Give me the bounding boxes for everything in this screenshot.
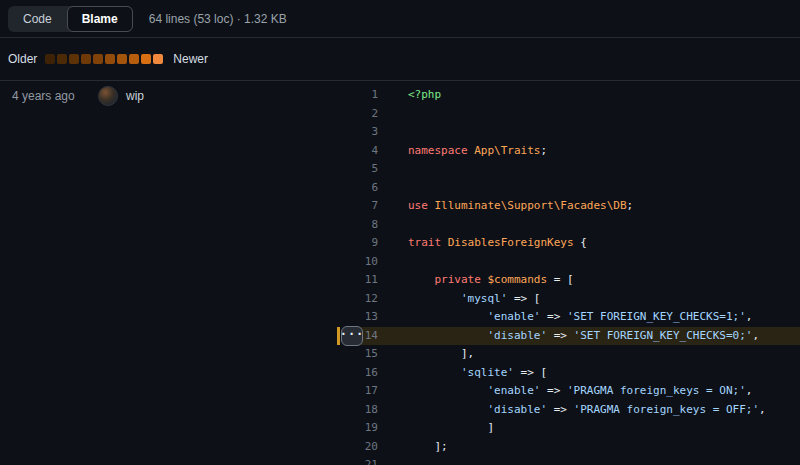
code-text: private $commands = [	[378, 271, 574, 290]
heat-swatch	[81, 54, 91, 64]
line-number[interactable]: 19	[345, 419, 378, 438]
line-number[interactable]: 21	[345, 456, 378, 465]
line-number[interactable]: 2	[345, 105, 378, 124]
code-column: 1<?php234namespace App\Traits;567use Ill…	[345, 81, 800, 465]
line-number[interactable]: 4	[345, 142, 378, 161]
line-number[interactable]: 10	[345, 253, 378, 272]
code-line: 4namespace App\Traits;	[345, 142, 800, 161]
line-number[interactable]: 17	[345, 382, 378, 401]
code-line: 18 'disable' => 'PRAGMA foreign_keys = O…	[345, 401, 800, 420]
line-number[interactable]: 7	[345, 197, 378, 216]
older-label: Older	[8, 52, 37, 66]
code-line: 11 private $commands = [	[345, 271, 800, 290]
code-line: 5	[345, 160, 800, 179]
code-line: 10	[345, 253, 800, 272]
line-number[interactable]: 16	[345, 364, 378, 383]
code-text: 'enable' => 'PRAGMA foreign_keys = ON;',	[378, 382, 752, 401]
code-line: 20 ];	[345, 438, 800, 457]
blame-prior-change-button[interactable]: ···	[341, 326, 363, 346]
code-line: 6	[345, 179, 800, 198]
code-text: ],	[378, 345, 474, 364]
heat-swatch	[45, 54, 55, 64]
blame-commit-entry: 4 years ago wip	[0, 86, 345, 105]
line-number[interactable]: 13	[345, 308, 378, 327]
code-text	[378, 179, 408, 198]
commit-age: 4 years ago	[12, 89, 92, 103]
code-text: 'disable' => 'SET FOREIGN_KEY_CHECKS=0;'…	[378, 327, 759, 346]
line-number[interactable]: 15	[345, 345, 378, 364]
code-line: 14 'disable' => 'SET FOREIGN_KEY_CHECKS=…	[345, 327, 800, 346]
line-number[interactable]: 1	[345, 86, 378, 105]
code-text	[378, 160, 408, 179]
file-header-bar: Code Blame 64 lines (53 loc) · 1.32 KB	[0, 0, 800, 38]
heat-swatch	[153, 54, 163, 64]
code-line: 12 'mysql' => [	[345, 290, 800, 309]
code-text: trait DisablesForeignKeys {	[378, 234, 587, 253]
code-text: ];	[378, 438, 448, 457]
line-number[interactable]: 20	[345, 438, 378, 457]
blame-content: 4 years ago wip 1<?php234namespace App\T…	[0, 81, 800, 465]
code-text: 'enable' => 'SET FOREIGN_KEY_CHECKS=1;',	[378, 308, 752, 327]
heat-swatch	[69, 54, 79, 64]
code-line: 2	[345, 105, 800, 124]
line-number[interactable]: 9	[345, 234, 378, 253]
code-text	[378, 216, 408, 235]
code-line: 15 ],	[345, 345, 800, 364]
code-line: 8	[345, 216, 800, 235]
blame-column: 4 years ago wip	[0, 81, 345, 465]
code-text: use Illuminate\Support\Facades\DB;	[378, 197, 633, 216]
line-number[interactable]: 6	[345, 179, 378, 198]
code-text	[378, 253, 408, 272]
code-line: 9trait DisablesForeignKeys {	[345, 234, 800, 253]
line-number[interactable]: 8	[345, 216, 378, 235]
code-line: 16 'sqlite' => [	[345, 364, 800, 383]
line-number[interactable]: 18	[345, 401, 378, 420]
newer-label: Newer	[173, 52, 208, 66]
heat-swatch	[129, 54, 139, 64]
blame-heat-legend: Older Newer	[0, 38, 800, 81]
code-lines: 1<?php234namespace App\Traits;567use Ill…	[345, 86, 800, 465]
heat-swatch	[57, 54, 67, 64]
code-line: 17 'enable' => 'PRAGMA foreign_keys = ON…	[345, 382, 800, 401]
code-line: 21	[345, 456, 800, 465]
heat-swatch	[141, 54, 151, 64]
code-text: 'sqlite' => [	[378, 364, 547, 383]
code-text	[378, 105, 408, 124]
code-line: 19 ]	[345, 419, 800, 438]
code-line: 1<?php	[345, 86, 800, 105]
heat-swatch	[93, 54, 103, 64]
commit-author-avatar[interactable]	[98, 86, 118, 106]
line-number[interactable]: 11	[345, 271, 378, 290]
heat-swatch	[105, 54, 115, 64]
code-text	[378, 456, 408, 465]
line-number[interactable]: 5	[345, 160, 378, 179]
line-number[interactable]: 12	[345, 290, 378, 309]
code-line: 7use Illuminate\Support\Facades\DB;	[345, 197, 800, 216]
blame-tab[interactable]: Blame	[67, 6, 133, 32]
code-text: namespace App\Traits;	[378, 142, 547, 161]
commit-message-link[interactable]: wip	[126, 89, 144, 103]
code-text: ]	[378, 419, 494, 438]
code-line: 3	[345, 123, 800, 142]
line-number[interactable]: 3	[345, 123, 378, 142]
file-info: 64 lines (53 loc) · 1.32 KB	[149, 12, 287, 26]
code-blame-toggle: Code Blame	[8, 6, 133, 32]
code-text	[378, 123, 408, 142]
code-text: <?php	[378, 86, 441, 105]
blame-view: Code Blame 64 lines (53 loc) · 1.32 KB O…	[0, 0, 800, 465]
code-text: 'disable' => 'PRAGMA foreign_keys = OFF;…	[378, 401, 766, 420]
code-text: 'mysql' => [	[378, 290, 540, 309]
code-tab[interactable]: Code	[8, 6, 67, 32]
code-line: 13 'enable' => 'SET FOREIGN_KEY_CHECKS=1…	[345, 308, 800, 327]
heat-scale	[45, 54, 165, 64]
heat-swatch	[117, 54, 127, 64]
